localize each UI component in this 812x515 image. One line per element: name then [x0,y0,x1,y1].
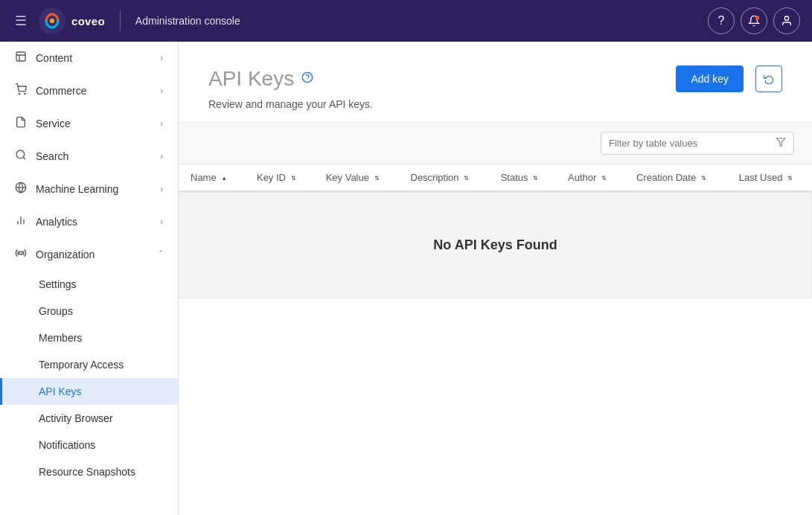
sort-icon: ⇅ [601,176,607,182]
sidebar-sub-activity-browser[interactable]: Activity Browser [0,405,178,432]
table-header-row: Name ▲ Key ID ⇅ Key Value ⇅ Descriptio [179,164,812,191]
sidebar-item-service[interactable]: Service › [0,107,178,140]
col-name[interactable]: Name ▲ [179,164,245,191]
search-icon [15,149,27,164]
sidebar-sub-resource-snapshots-label: Resource Snapshots [39,466,135,478]
svg-line-8 [23,157,25,159]
topbar-actions: ? [708,7,800,34]
chevron-right-icon: › [160,118,163,129]
sidebar-sub-members[interactable]: Members [0,324,178,351]
notifications-button[interactable] [741,7,767,34]
content-icon [15,51,27,65]
sidebar-item-organization[interactable]: Organization ˅ [0,238,178,271]
col-name-label: Name [191,172,217,183]
sidebar-item-organization-label: Organization [36,249,150,260]
sidebar: Content › Commerce › Service › Search › [0,42,179,515]
topbar-title: Administration console [135,15,240,27]
sort-icon: ⇅ [464,176,469,182]
col-creation-date-label: Creation Date [636,172,696,183]
empty-state: No API Keys Found [179,192,812,298]
sort-icon: ⇅ [787,176,793,182]
chevron-right-icon: › [160,217,163,227]
logo: coveo [39,7,105,34]
sort-icon: ⇅ [374,176,380,182]
empty-state-text: No API Keys Found [433,237,557,253]
topbar: ☰ coveo Administration console ? [0,0,812,42]
sidebar-sub-settings[interactable]: Settings [0,271,178,298]
filter-icon [776,137,786,150]
filter-bar [179,123,812,164]
chevron-down-icon: ˅ [159,249,163,260]
sidebar-item-analytics-label: Analytics [36,216,151,228]
svg-point-6 [25,93,25,94]
empty-state-row: No API Keys Found [179,191,812,298]
user-button[interactable] [773,7,800,34]
sidebar-sub-groups-label: Groups [39,305,73,317]
main-layout: Content › Commerce › Service › Search › [0,42,812,515]
col-description-label: Description [411,172,459,183]
sidebar-sub-api-keys-label: API Keys [39,386,82,397]
refresh-button[interactable] [755,65,782,92]
sidebar-sub-resource-snapshots[interactable]: Resource Snapshots [0,458,178,485]
svg-point-2 [755,16,759,19]
col-description[interactable]: Description ⇅ [399,164,489,191]
sidebar-sub-temporary-access[interactable]: Temporary Access [0,351,178,378]
col-status-label: Status [501,172,528,183]
sidebar-sub-api-keys[interactable]: API Keys [0,378,178,405]
analytics-icon [15,214,27,229]
help-button[interactable]: ? [708,7,735,34]
col-key-id-label: Key ID [257,172,286,183]
topbar-divider [120,10,121,31]
page-header-top: API Keys Add key [208,65,782,92]
svg-point-5 [19,93,19,94]
svg-marker-17 [776,138,785,147]
sidebar-sub-temporary-access-label: Temporary Access [39,359,124,371]
filter-input-wrap [601,132,794,155]
sidebar-item-machine-learning[interactable]: Machine Learning › [0,173,178,205]
service-icon [15,116,27,131]
organization-icon [15,247,27,262]
help-circle-icon[interactable] [301,71,313,86]
page-title: API Keys [208,67,294,91]
sidebar-item-ml-label: Machine Learning [36,183,151,195]
svg-rect-4 [16,52,25,61]
sidebar-item-search[interactable]: Search › [0,140,178,173]
menu-icon[interactable]: ☰ [12,10,30,32]
logo-text: coveo [71,15,105,28]
table-head: Name ▲ Key ID ⇅ Key Value ⇅ Descriptio [179,164,812,191]
sidebar-item-commerce-label: Commerce [36,85,151,97]
sidebar-sub-notifications-label: Notifications [39,439,95,451]
sidebar-item-commerce[interactable]: Commerce › [0,74,178,107]
sidebar-sub-members-label: Members [39,332,82,344]
col-author-label: Author [568,172,596,183]
chevron-right-icon: › [160,184,163,194]
col-author[interactable]: Author ⇅ [556,164,624,191]
svg-point-14 [19,252,22,255]
col-key-id[interactable]: Key ID ⇅ [245,164,314,191]
coveo-logo-icon [39,7,65,34]
sidebar-sub-notifications[interactable]: Notifications [0,432,178,458]
col-creation-date[interactable]: Creation Date ⇅ [624,164,727,191]
page-header: API Keys Add key Review and manage your … [179,42,812,123]
chevron-right-icon: › [160,53,163,63]
add-key-button[interactable]: Add key [676,65,744,92]
chevron-right-icon: › [160,86,163,96]
col-last-used-label: Last Used [739,172,783,183]
sort-icon: ▲ [221,176,227,182]
col-key-value[interactable]: Key Value ⇅ [314,164,399,191]
sidebar-item-analytics[interactable]: Analytics › [0,205,178,238]
sort-icon: ⇅ [291,176,296,182]
page-title-row: API Keys [208,67,313,91]
table-container: Name ▲ Key ID ⇅ Key Value ⇅ Descriptio [179,123,812,515]
col-key-value-label: Key Value [326,172,369,183]
sidebar-item-search-label: Search [36,150,151,162]
sidebar-sub-groups[interactable]: Groups [0,298,178,324]
sort-icon: ⇅ [701,176,706,182]
col-last-used[interactable]: Last Used ⇅ [727,164,812,191]
header-btn-group: Add key [676,65,782,92]
filter-input[interactable] [609,138,770,149]
sidebar-item-content[interactable]: Content › [0,42,178,74]
col-status[interactable]: Status ⇅ [489,164,556,191]
content-area: API Keys Add key Review and manage your … [179,42,812,515]
data-table: Name ▲ Key ID ⇅ Key Value ⇅ Descriptio [179,164,812,298]
